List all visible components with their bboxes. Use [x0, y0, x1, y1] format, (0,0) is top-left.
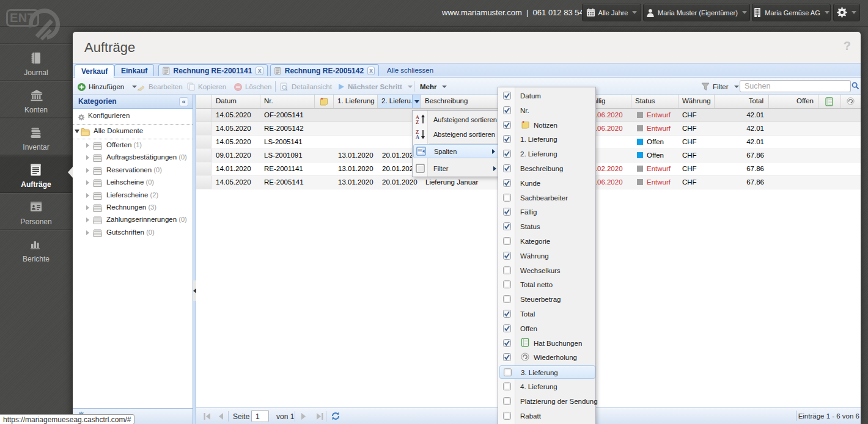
svg-text:A: A	[416, 134, 419, 139]
svg-text:Z: Z	[416, 120, 419, 125]
